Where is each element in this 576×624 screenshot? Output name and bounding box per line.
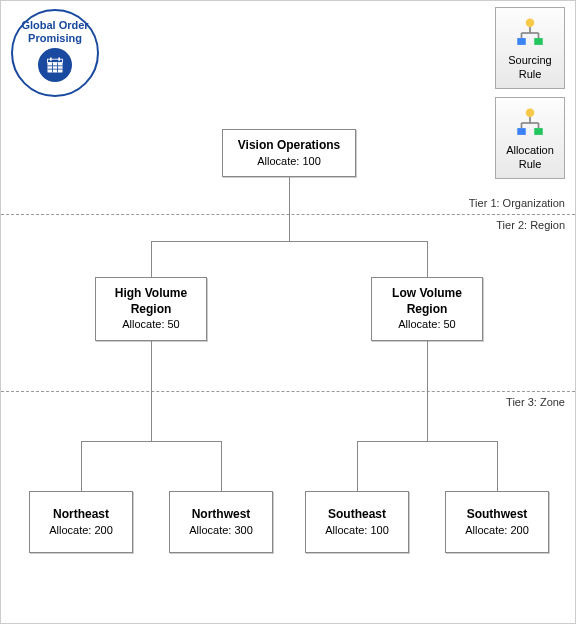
global-order-promising-badge: Global Order Promising bbox=[11, 9, 99, 97]
node-alloc: Allocate: 300 bbox=[189, 523, 253, 537]
svg-point-15 bbox=[526, 108, 535, 117]
connector bbox=[357, 441, 497, 442]
node-title-line2: Region bbox=[131, 302, 172, 318]
sourcing-rule-line2: Rule bbox=[519, 68, 542, 80]
connector bbox=[151, 241, 152, 277]
allocation-rule-line2: Rule bbox=[519, 158, 542, 170]
connector bbox=[427, 341, 428, 441]
node-title: Southwest bbox=[467, 507, 528, 523]
svg-rect-13 bbox=[517, 38, 526, 45]
tier-divider-2 bbox=[1, 391, 575, 392]
svg-rect-21 bbox=[534, 128, 543, 135]
badge-line2: Promising bbox=[28, 32, 82, 45]
sourcing-rule-button[interactable]: Sourcing Rule bbox=[495, 7, 565, 89]
allocation-rule-line1: Allocation bbox=[506, 144, 554, 156]
node-title: Northwest bbox=[192, 507, 251, 523]
node-title: Northeast bbox=[53, 507, 109, 523]
tier-2-label: Tier 2: Region bbox=[496, 219, 565, 231]
svg-point-8 bbox=[526, 18, 535, 27]
hierarchy-icon bbox=[513, 16, 547, 50]
node-title: Vision Operations bbox=[238, 138, 340, 154]
tier-1-label: Tier 1: Organization bbox=[469, 197, 565, 209]
hierarchy-icon bbox=[513, 106, 547, 140]
tier-3-label: Tier 3: Zone bbox=[506, 396, 565, 408]
node-alloc: Allocate: 200 bbox=[49, 523, 113, 537]
node-alloc: Allocate: 50 bbox=[398, 317, 455, 331]
node-low-volume-region: Low Volume Region Allocate: 50 bbox=[371, 277, 483, 341]
node-northeast: Northeast Allocate: 200 bbox=[29, 491, 133, 553]
allocation-rule-button[interactable]: Allocation Rule bbox=[495, 97, 565, 179]
svg-rect-1 bbox=[48, 59, 63, 62]
node-vision-operations: Vision Operations Allocate: 100 bbox=[222, 129, 356, 177]
connector bbox=[221, 441, 222, 491]
node-northwest: Northwest Allocate: 300 bbox=[169, 491, 273, 553]
connector bbox=[289, 177, 290, 241]
connector bbox=[151, 341, 152, 441]
connector bbox=[151, 241, 427, 242]
tier-divider-1 bbox=[1, 214, 575, 215]
node-southwest: Southwest Allocate: 200 bbox=[445, 491, 549, 553]
node-alloc: Allocate: 200 bbox=[465, 523, 529, 537]
connector bbox=[81, 441, 82, 491]
node-alloc: Allocate: 50 bbox=[122, 317, 179, 331]
node-southeast: Southeast Allocate: 100 bbox=[305, 491, 409, 553]
badge-line1: Global Order bbox=[21, 19, 88, 32]
svg-rect-20 bbox=[517, 128, 526, 135]
node-high-volume-region: High Volume Region Allocate: 50 bbox=[95, 277, 207, 341]
sourcing-rule-line1: Sourcing bbox=[508, 54, 551, 66]
connector bbox=[357, 441, 358, 491]
node-alloc: Allocate: 100 bbox=[257, 154, 321, 168]
connector bbox=[81, 441, 221, 442]
node-title-line2: Region bbox=[407, 302, 448, 318]
node-title-line1: Low Volume bbox=[392, 286, 462, 302]
node-alloc: Allocate: 100 bbox=[325, 523, 389, 537]
svg-rect-14 bbox=[534, 38, 543, 45]
connector bbox=[427, 241, 428, 277]
node-title: Southeast bbox=[328, 507, 386, 523]
calendar-icon bbox=[38, 48, 72, 82]
connector bbox=[497, 441, 498, 491]
node-title-line1: High Volume bbox=[115, 286, 187, 302]
